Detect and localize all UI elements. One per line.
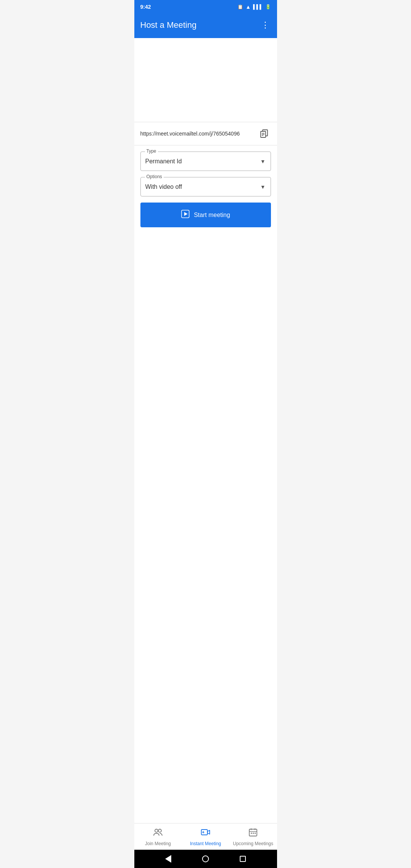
type-select-wrapper: Permanent Id Random Id xyxy=(140,152,271,171)
options-label: Options xyxy=(145,174,164,179)
page-title: Host a Meeting xyxy=(140,20,197,30)
instant-meeting-icon xyxy=(201,827,210,839)
type-select[interactable]: Permanent Id Random Id xyxy=(140,152,271,171)
battery-icon: 🔋 xyxy=(265,4,271,10)
meeting-url-text: https://meet.voicemailtel.com/j/76505409… xyxy=(140,131,257,137)
home-icon xyxy=(202,855,209,862)
options-select-wrapper: With video off With video on Audio only xyxy=(140,177,271,196)
status-time: 9:42 xyxy=(140,4,151,10)
tab-instant-meeting[interactable]: Instant Meeting xyxy=(182,823,229,850)
options-select[interactable]: With video off With video on Audio only xyxy=(140,177,271,196)
tab-upcoming-meetings[interactable]: Upcoming Meetings xyxy=(229,823,277,850)
upcoming-meetings-icon xyxy=(248,827,258,839)
back-button[interactable] xyxy=(164,855,172,863)
copy-url-button[interactable] xyxy=(257,127,271,140)
meeting-url-row: https://meet.voicemailtel.com/j/76505409… xyxy=(134,122,277,145)
wifi-icon: ▲ xyxy=(245,4,251,10)
system-navigation-bar xyxy=(134,850,277,868)
bottom-navigation: Join Meeting Instant Meeting Up xyxy=(134,823,277,850)
svg-point-8 xyxy=(158,829,161,832)
app-bar: Host a Meeting ⋮ xyxy=(134,14,277,38)
type-field: Type Permanent Id Random Id xyxy=(140,152,271,171)
play-icon xyxy=(181,209,190,220)
content-spacer xyxy=(134,233,277,823)
upcoming-meetings-label: Upcoming Meetings xyxy=(233,841,273,846)
svg-marker-10 xyxy=(207,830,210,834)
notification-icon: 📋 xyxy=(237,4,243,10)
svg-rect-19 xyxy=(255,833,256,834)
tab-join-meeting[interactable]: Join Meeting xyxy=(134,823,182,850)
svg-marker-6 xyxy=(184,212,188,216)
svg-rect-18 xyxy=(253,833,254,834)
signal-icon: ▌▌▌ xyxy=(253,4,263,10)
type-label: Type xyxy=(145,148,158,154)
start-meeting-button[interactable]: Start meeting xyxy=(140,203,271,227)
start-meeting-label: Start meeting xyxy=(194,212,230,219)
more-options-button[interactable]: ⋮ xyxy=(260,19,271,32)
svg-rect-17 xyxy=(251,833,252,834)
join-meeting-label: Join Meeting xyxy=(145,841,171,846)
join-meeting-icon xyxy=(153,827,163,839)
status-bar: 9:42 📋 ▲ ▌▌▌ 🔋 xyxy=(134,0,277,14)
ad-area xyxy=(134,38,277,122)
recents-icon xyxy=(240,856,246,862)
status-icons: 📋 ▲ ▌▌▌ 🔋 xyxy=(237,4,271,10)
svg-point-7 xyxy=(155,829,158,832)
home-button[interactable] xyxy=(201,855,210,863)
recents-button[interactable] xyxy=(239,855,247,863)
back-icon xyxy=(165,855,171,863)
form-section: Type Permanent Id Random Id Options With… xyxy=(134,145,277,233)
main-content: https://meet.voicemailtel.com/j/76505409… xyxy=(134,38,277,823)
instant-meeting-label: Instant Meeting xyxy=(190,841,221,846)
options-field: Options With video off With video on Aud… xyxy=(140,177,271,196)
